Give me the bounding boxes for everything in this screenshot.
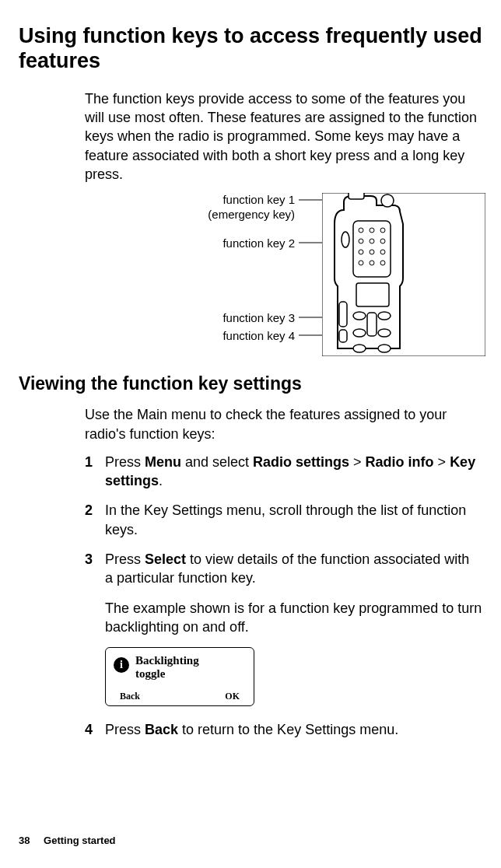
svg-point-30 — [378, 345, 391, 352]
radio-device-illustration — [322, 193, 485, 356]
step-4: 4 Press Back to return to the Key Settin… — [85, 720, 482, 739]
screen-message: Backlighting toggle — [135, 654, 199, 681]
svg-point-6 — [381, 194, 394, 207]
step-3-example: The example shown is for a function key … — [105, 599, 482, 637]
info-icon: i — [114, 657, 129, 673]
intro-paragraph: The function keys provide access to some… — [85, 89, 482, 184]
svg-point-7 — [342, 232, 349, 247]
screen-ok-label: OK — [225, 691, 240, 702]
svg-rect-23 — [356, 283, 389, 306]
svg-rect-5 — [349, 193, 364, 199]
page-footer: 38 Getting started — [19, 835, 116, 846]
page-title: Using function keys to access frequently… — [19, 23, 482, 74]
svg-point-24 — [353, 312, 366, 320]
screen-back-label: Back — [120, 691, 140, 702]
svg-rect-28 — [367, 313, 377, 336]
page-number: 38 — [19, 835, 30, 846]
svg-point-25 — [378, 312, 391, 320]
radio-diagram: function key 1 (emergency key) function … — [85, 193, 482, 356]
svg-rect-8 — [339, 302, 347, 327]
section-title: Getting started — [44, 835, 115, 846]
subheading: Viewing the function key settings — [19, 373, 482, 394]
step-3: 3 Press Select to view details of the fu… — [85, 550, 482, 588]
svg-point-27 — [378, 329, 391, 337]
svg-rect-9 — [339, 330, 347, 342]
radio-screen-example: i Backlighting toggle Back OK — [105, 647, 254, 706]
step-2: 2In the Key Settings menu, scroll throug… — [85, 501, 482, 539]
step-1: 1 Press Menu and select Radio settings >… — [85, 453, 482, 491]
use-text: Use the Main menu to check the features … — [85, 405, 482, 443]
svg-point-29 — [353, 345, 366, 352]
svg-point-26 — [353, 329, 366, 337]
